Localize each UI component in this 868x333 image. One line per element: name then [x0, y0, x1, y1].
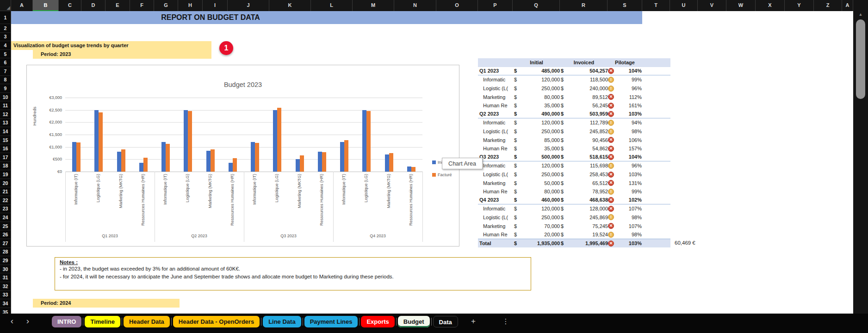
sheet-tab-intro[interactable]: INTRO [52, 316, 81, 327]
column-header-J[interactable]: J [228, 0, 269, 11]
column-header-AA[interactable]: A [842, 0, 853, 11]
sheet-tab-budget[interactable]: Budget [398, 316, 430, 327]
column-header-F[interactable]: F [130, 0, 154, 11]
column-header-G[interactable]: G [154, 0, 178, 11]
row-header-33[interactable]: 33 [0, 291, 11, 300]
column-header-C[interactable]: C [59, 0, 81, 11]
table-row-marketing[interactable]: Marketing$85,000$90,456✕106% [478, 136, 670, 144]
row-header-6[interactable]: 6 [0, 58, 11, 67]
add-sheet-icon[interactable]: + [468, 315, 478, 327]
table-row-informatic[interactable]: Informatic$120,000$118,500!99% [478, 75, 670, 84]
row-header-12[interactable]: 12 [0, 110, 11, 119]
row-header-20[interactable]: 20 [0, 179, 11, 188]
table-row-logistic-l-[interactable]: Logistic (L($250,000$245,852!98% [478, 127, 670, 136]
column-header-H[interactable]: H [178, 0, 203, 11]
sheet-tab-header-data[interactable]: Header Data [124, 316, 170, 327]
column-header-K[interactable]: K [269, 0, 311, 11]
more-sheets-icon[interactable]: ⋮ [501, 315, 511, 327]
row-header-8[interactable]: 8 [0, 76, 11, 85]
vertical-scrollbar[interactable]: ▲ [853, 0, 868, 314]
table-row-logistic-l-[interactable]: Logistic (L($250,000$245,869!98% [478, 213, 670, 222]
row-header-7[interactable]: 7 [0, 67, 11, 76]
sheet-tab-payment-lines[interactable]: Payment Lines [304, 316, 358, 327]
row-header-3[interactable]: 3 [0, 33, 11, 42]
row-header-30[interactable]: 30 [0, 265, 11, 274]
column-header-T[interactable]: T [642, 0, 670, 11]
row-header-29[interactable]: 29 [0, 256, 11, 265]
row-header-25[interactable]: 25 [0, 222, 11, 231]
column-header-Z[interactable]: Z [814, 0, 842, 11]
row-header-13[interactable]: 13 [0, 119, 11, 128]
sheet-tab-timeline[interactable]: Timeline [85, 316, 120, 327]
column-header-M[interactable]: M [353, 0, 394, 11]
row-header-22[interactable]: 22 [0, 196, 11, 205]
table-row-logistic-l-[interactable]: Logistic (L($250,000$240,000!96% [478, 84, 670, 93]
column-header-R[interactable]: R [560, 0, 608, 11]
row-header-5[interactable]: 5 [0, 50, 11, 59]
column-header-S[interactable]: S [608, 0, 642, 11]
table-row-marketing[interactable]: Marketing$50,000$65,512✕131% [478, 179, 670, 187]
table-row-informatic[interactable]: Informatic$120,000$112,789!94% [478, 118, 670, 127]
sheet-canvas[interactable]: REPORT ON BUDGET DATA Visualization of b… [11, 11, 853, 314]
sheet-tab-line-data[interactable]: Line Data [263, 316, 301, 327]
row-header-32[interactable]: 32 [0, 282, 11, 291]
row-header-11[interactable]: 11 [0, 101, 11, 110]
row-header-1[interactable]: 1 [0, 11, 11, 24]
table-row-marketing[interactable]: Marketing$70,000$75,245✕107% [478, 222, 670, 230]
row-header-28[interactable]: 28 [0, 248, 11, 257]
scroll-up-icon[interactable]: ▲ [853, 12, 868, 17]
row-header-2[interactable]: 2 [0, 24, 11, 33]
tab-nav-left-icon[interactable]: ‹ [7, 315, 17, 327]
table-row-total[interactable]: Total$1,935,000$1,995,469✕103% [478, 239, 670, 247]
table-row-human-re[interactable]: Human Re$20,000$19,524!98% [478, 230, 670, 239]
select-all-icon[interactable]: ◢ [0, 0, 11, 11]
column-header-D[interactable]: D [81, 0, 105, 11]
column-header-N[interactable]: N [394, 0, 436, 11]
column-header-W[interactable]: W [726, 0, 756, 11]
table-row-informatic[interactable]: Informatic$120,000$115,698!96% [478, 161, 670, 170]
column-header-V[interactable]: V [698, 0, 726, 11]
row-header-16[interactable]: 16 [0, 144, 11, 153]
sheet-tab-data[interactable]: Data [433, 316, 458, 327]
column-header-P[interactable]: P [478, 0, 513, 11]
row-header-27[interactable]: 27 [0, 239, 11, 248]
table-row-q3-2023[interactable]: Q3 2023$500,000$518,615✕104% [478, 153, 670, 162]
sheet-tab-exports[interactable]: Exports [361, 316, 394, 327]
table-row-q4-2023[interactable]: Q4 2023$460,000$468,638✕102% [478, 196, 670, 205]
column-header-B[interactable]: B [33, 0, 59, 11]
table-row-human-re[interactable]: Human Re$35,000$54,862✕157% [478, 144, 670, 153]
column-header-I[interactable]: I [203, 0, 228, 11]
row-header-24[interactable]: 24 [0, 213, 11, 222]
table-row-informatic[interactable]: Informatic$120,000$128,000✕107% [478, 204, 670, 213]
sheet-tab-header-data-openorders[interactable]: Header Data - OpenOrders [173, 316, 260, 327]
row-header-10[interactable]: 10 [0, 93, 11, 102]
row-header-15[interactable]: 15 [0, 136, 11, 145]
row-header-14[interactable]: 14 [0, 127, 11, 136]
table-row-q2-2023[interactable]: Q2 2023$490,000$503,959✕103% [478, 110, 670, 119]
table-row-q1-2023[interactable]: Q1 2023$485,000$504,257✕104% [478, 67, 670, 76]
table-row-human-re[interactable]: Human Re$80,000$78,952!99% [478, 187, 670, 196]
row-header-26[interactable]: 26 [0, 230, 11, 239]
row-header-34[interactable]: 34 [0, 299, 11, 308]
vertical-scroll-thumb[interactable] [856, 19, 865, 99]
row-header-4[interactable]: 4 [0, 41, 11, 50]
table-row-marketing[interactable]: Marketing$80,000$89,512✕112% [478, 92, 670, 101]
column-header-L[interactable]: L [311, 0, 353, 11]
column-header-O[interactable]: O [436, 0, 478, 11]
table-row-human-re[interactable]: Human Re$35,000$56,245✕161% [478, 101, 670, 110]
column-header-E[interactable]: E [105, 0, 130, 11]
column-header-A[interactable]: A [11, 0, 33, 11]
table-row-logistic-l-[interactable]: Logistic (L($250,000$258,453✕103% [478, 170, 670, 179]
row-header-31[interactable]: 31 [0, 273, 11, 282]
row-header-17[interactable]: 17 [0, 153, 11, 162]
column-header-Y[interactable]: Y [785, 0, 814, 11]
budget-chart-area[interactable]: Budget 2023 Hundreds €3,000€2,500€2,000€… [26, 65, 459, 247]
row-header-9[interactable]: 9 [0, 84, 11, 93]
row-header-18[interactable]: 18 [0, 162, 11, 171]
column-header-X[interactable]: X [756, 0, 785, 11]
row-header-23[interactable]: 23 [0, 205, 11, 214]
tab-nav-right-icon[interactable]: › [23, 315, 32, 327]
column-header-U[interactable]: U [670, 0, 698, 11]
column-header-Q[interactable]: Q [513, 0, 560, 11]
row-header-19[interactable]: 19 [0, 170, 11, 179]
